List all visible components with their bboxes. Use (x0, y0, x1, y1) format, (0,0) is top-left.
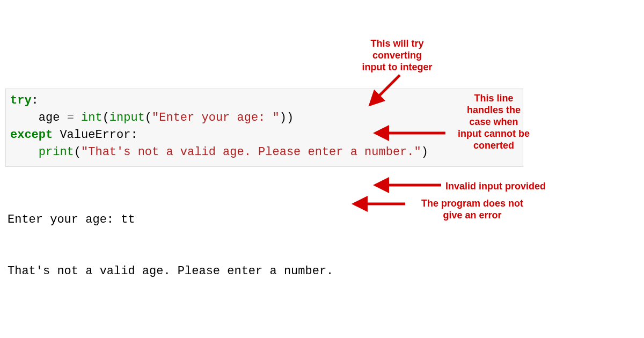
diagram-stage: { "code": { "line1": {"kw": "try", "colo… (0, 0, 644, 338)
output-line-1: Enter your age: tt (8, 211, 333, 229)
output-block: Enter your age: tt That's not a valid ag… (8, 177, 333, 314)
annotation-no-error: The program does notgive an error (408, 197, 537, 221)
annotation-try-convert: This will tryconvertinginput to integer (343, 38, 451, 73)
annotation-handles-case: This linehandles thecase wheninput canno… (445, 92, 542, 151)
annotation-invalid-input: Invalid input provided (445, 180, 606, 192)
keyword-except: except (10, 128, 53, 142)
output-line-2: That's not a valid age. Please enter a n… (8, 263, 333, 280)
code-line-2: age = int(input("Enter your age: ")) (10, 109, 518, 127)
keyword-try: try (10, 94, 32, 107)
code-line-1: try: (10, 92, 518, 109)
code-line-3: except ValueError: (10, 127, 518, 144)
code-line-4: print("That's not a valid age. Please en… (10, 144, 518, 161)
